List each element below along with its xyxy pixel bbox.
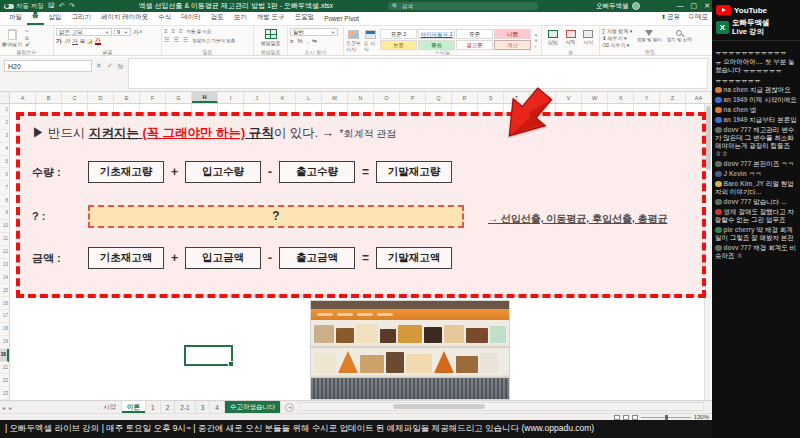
tab-next-icon[interactable]: ▸: [9, 404, 12, 411]
row-col-fit-button[interactable]: 행열맞춤: [256, 28, 285, 46]
row-header[interactable]: 7: [0, 181, 9, 194]
row-header[interactable]: 23: [0, 387, 9, 400]
search-box[interactable]: 🔍 검색: [388, 2, 538, 10]
share-button[interactable]: ⬆공유: [661, 13, 680, 22]
row-header[interactable]: 18: [0, 323, 9, 336]
italic-icon[interactable]: 가: [64, 37, 70, 45]
column-header[interactable]: V: [556, 92, 582, 103]
name-box[interactable]: [4, 60, 92, 72]
add-sheet-icon[interactable]: +: [285, 403, 294, 412]
ribbon-tab[interactable]: 그리기: [67, 11, 97, 25]
row-header[interactable]: 17: [0, 310, 9, 323]
align-top-icon[interactable]: ≡: [164, 28, 169, 35]
cell-style[interactable]: 표준: [456, 29, 493, 39]
row-header[interactable]: 3: [0, 130, 9, 143]
ribbon-tab[interactable]: 데이터: [176, 11, 206, 25]
column-header[interactable]: C: [62, 92, 88, 103]
column-header[interactable]: H: [192, 92, 218, 103]
align-center-icon[interactable]: ☰: [173, 37, 179, 44]
account-area[interactable]: 오빠두엑셀: [596, 2, 640, 11]
sheet-tab[interactable]: 1: [146, 401, 161, 413]
ribbon-tab[interactable]: 검토: [206, 11, 229, 25]
autosum-button[interactable]: ∑ 자동 합계 ▾: [602, 28, 632, 35]
row-header[interactable]: 22: [0, 374, 9, 387]
column-header[interactable]: X: [608, 92, 634, 103]
fx-icon[interactable]: fx: [118, 63, 123, 70]
merge-center-button[interactable]: 병합하고 가운데 맞춤: [192, 38, 235, 43]
decimal-icons[interactable]: ⇆: [312, 37, 317, 45]
row-header[interactable]: 13: [0, 259, 9, 272]
row-header[interactable]: 20: [0, 349, 9, 362]
column-header[interactable]: P: [400, 92, 426, 103]
row-header[interactable]: 1: [0, 104, 9, 117]
column-header[interactable]: O: [374, 92, 400, 103]
column-header[interactable]: I: [218, 92, 244, 103]
column-header[interactable]: K: [270, 92, 296, 103]
row-header[interactable]: 10: [0, 220, 9, 233]
page-break-icon[interactable]: [632, 415, 638, 420]
column-header[interactable]: R: [452, 92, 478, 103]
row-header[interactable]: 15: [0, 284, 9, 297]
sheet-tab[interactable]: 2: [161, 401, 176, 413]
sheet-tab[interactable]: 이론: [122, 401, 146, 413]
column-header[interactable]: AA: [686, 92, 712, 103]
currency-icon[interactable]: ¤: [290, 37, 293, 45]
bold-icon[interactable]: 가: [56, 37, 62, 45]
fill-button[interactable]: ⬇ 채우기 ▾: [602, 35, 632, 42]
column-header[interactable]: Y: [634, 92, 660, 103]
active-cell-selection[interactable]: [184, 345, 233, 366]
insert-cells-button[interactable]: 삽입: [544, 28, 562, 45]
ribbon-tab[interactable]: 보기: [229, 11, 252, 25]
column-header[interactable]: L: [296, 92, 322, 103]
cell-style[interactable]: 하이퍼링크 2: [418, 29, 455, 39]
grow-font-icon[interactable]: 가˄: [133, 28, 143, 36]
formula-input[interactable]: [128, 58, 708, 89]
column-header[interactable]: Q: [426, 92, 452, 103]
column-header[interactable]: B: [36, 92, 62, 103]
column-header[interactable]: W: [582, 92, 608, 103]
row-header[interactable]: 5: [0, 156, 9, 169]
column-header[interactable]: M: [322, 92, 348, 103]
chat-messages[interactable]: ㅠㅠㅠㅠㅠㅠㅠㅠㅠㅠㅠ ㅠ 으아아아아.... 첫 부분 놓쳤습니다 ㅠㅠㅠㅠㅠ…: [712, 46, 800, 348]
enter-icon[interactable]: ✓: [107, 62, 113, 70]
ribbon-tab[interactable]: 수식: [153, 11, 176, 25]
number-format-select[interactable]: 일반▼: [290, 28, 338, 36]
column-header[interactable]: A: [10, 92, 36, 103]
ribbon-tab[interactable]: 도움말: [290, 11, 320, 25]
underline-icon[interactable]: 가: [72, 37, 78, 45]
fill-color-icon[interactable]: ◪: [87, 37, 93, 45]
scroll-thumb[interactable]: [706, 106, 711, 170]
sort-filter-button[interactable]: 정렬 및 필터: [636, 28, 662, 49]
sheet-tab[interactable]: 3: [196, 401, 211, 413]
align-bottom-icon[interactable]: ≡: [179, 28, 184, 35]
align-right-icon[interactable]: ☰: [183, 37, 189, 44]
font-color-icon[interactable]: 가: [95, 37, 101, 45]
wrap-text-button[interactable]: 자동 줄 바꿈: [187, 29, 212, 34]
sheet-tab[interactable]: 4: [210, 401, 225, 413]
clear-button[interactable]: ⌫ 지우기 ▾: [602, 42, 632, 49]
column-header[interactable]: J: [244, 92, 270, 103]
select-all-corner[interactable]: [0, 92, 10, 103]
border-icon[interactable]: ⊞: [80, 37, 85, 45]
row-header[interactable]: 12: [0, 246, 9, 259]
row-header[interactable]: 11: [0, 233, 9, 246]
ribbon-tab[interactable]: 페이지 레이아웃: [96, 11, 153, 25]
column-header[interactable]: G: [166, 92, 192, 103]
scroll-thumb[interactable]: [393, 404, 485, 409]
horizontal-scrollbar[interactable]: [300, 402, 704, 411]
comments-button[interactable]: 🗨메모: [688, 13, 708, 22]
restore-button[interactable]: ▢: [691, 0, 698, 12]
close-button[interactable]: ✕: [704, 0, 710, 12]
tab-prev-icon[interactable]: ◂: [2, 404, 5, 411]
zoom-slider[interactable]: [641, 417, 691, 418]
column-header[interactable]: Z: [660, 92, 686, 103]
cell-style[interactable]: 표준 2: [380, 29, 417, 39]
percent-icon[interactable]: %: [297, 37, 302, 45]
cancel-icon[interactable]: ✕: [96, 62, 102, 70]
ribbon-tab[interactable]: Power Pivot: [319, 13, 364, 25]
ribbon-tab[interactable]: 홈: [27, 9, 44, 25]
paste-button[interactable]: 붙여넣기: [2, 28, 22, 48]
column-header[interactable]: N: [348, 92, 374, 103]
sheet-tab[interactable]: 수고하셨습니다: [225, 401, 282, 413]
find-select-button[interactable]: 찾기 및 선택: [666, 28, 692, 49]
